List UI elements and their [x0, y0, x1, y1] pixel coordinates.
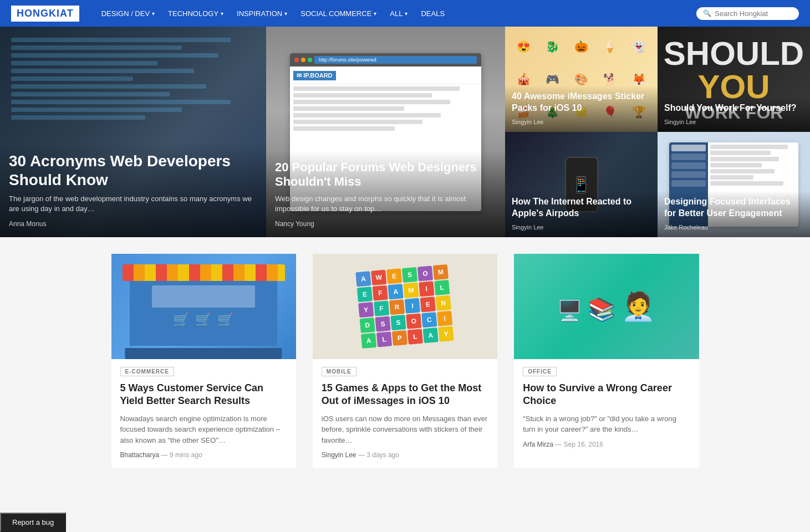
address-bar-text: http://forums.site/powered	[319, 57, 376, 63]
nav-all[interactable]: ALL ▾	[384, 6, 413, 21]
article-thumb-career: 🖥️ 📚 🧑‍💼	[514, 254, 699, 359]
hero-main-excerpt: The jargon of the web development indust…	[9, 194, 257, 214]
hero-stickers-overlay: 40 Awesome iMessages Sticker Packs for i…	[505, 85, 658, 132]
article-section: 🛒 🛒 🛒 E-COMMERCE 5 Ways Customer Service…	[100, 254, 710, 468]
nav-social-commerce[interactable]: SOCIAL COMMERCE ▾	[295, 6, 382, 21]
search-icon: 🔍	[703, 9, 711, 17]
hero-forums-title: 20 Popular Forums Web Designers Shouldn'…	[275, 160, 496, 190]
hero-interfaces-article[interactable]: Designing Focused Interfaces for Better …	[658, 132, 810, 237]
hero-main-title: 30 Acronyms Web Developers Should Know	[9, 152, 257, 189]
hero-main-author: Anna Monus	[9, 220, 46, 228]
hero-interfaces-title: Designing Focused Interfaces for Better …	[664, 196, 803, 219]
hero-forums-author: Nancy Young	[275, 220, 314, 228]
article-card-imessage[interactable]: A W E S O M E F A M I L Y F R I E	[313, 254, 497, 468]
hero-work-title: Should You Work For Yourself?	[664, 103, 803, 114]
hero-airpods-title: How The Internet Reacted to Apple's Airp…	[512, 196, 651, 219]
article-byline-imessage: Singyin Lee — 3 days ago	[322, 451, 488, 459]
article-title-ecommerce: 5 Ways Customer Service Can Yield Better…	[120, 382, 287, 408]
article-tag-ecommerce: E-COMMERCE	[120, 367, 174, 376]
hero-stickers-author: Singyin Lee	[512, 119, 544, 125]
hero-main-overlay: 30 Acronyms Web Developers Should Know T…	[0, 143, 266, 237]
article-title-career: How to Survive a Wrong Career Choice	[523, 382, 690, 408]
nav-inspiration[interactable]: INSPIRATION ▾	[231, 6, 293, 21]
article-excerpt-ecommerce: Nowadays search engine optimization is m…	[120, 413, 287, 446]
article-tag-career: OFFICE	[523, 367, 557, 376]
hero-stickers-title: 40 Awesome iMessages Sticker Packs for i…	[512, 91, 651, 114]
hero-work-overlay: Should You Work For Yourself? Singyin Le…	[658, 97, 810, 132]
site-logo[interactable]: HONGKIAT	[11, 6, 79, 22]
hero-stickers-article[interactable]: 😍 🐉 🎃 🍦 👻 🎪 🎮 🎨 🐕 🦊 🍰 🎄 🌟 🎈 🏆 40 Awesome…	[505, 27, 658, 132]
hero-airpods-author: Singyin Lee	[512, 224, 544, 231]
hero-forums-excerpt: Web design changes and morphs so quickly…	[275, 194, 496, 214]
article-byline-ecommerce: Bhattacharya — 9 mins ago	[120, 451, 287, 459]
article-thumb-imessage: A W E S O M E F A M I L Y F R I E	[313, 254, 497, 359]
navigation: HONGKIAT DESIGN / DEV ▾ TECHNOLOGY ▾ INS…	[0, 0, 810, 27]
hero-interfaces-author: Jake Rocheleau	[664, 224, 708, 231]
article-excerpt-imessage: iOS users can now do more on Messages th…	[322, 413, 488, 446]
hero-work-author: Singyin Lee	[664, 119, 696, 125]
chevron-down-icon: ▾	[221, 11, 223, 17]
article-tag-imessage: MOBILE	[322, 367, 356, 376]
hero-forums-article[interactable]: http://forums.site/powered ✉ IP.BOARD	[266, 27, 505, 237]
hero-interfaces-overlay: Designing Focused Interfaces for Better …	[658, 191, 810, 237]
article-excerpt-career: "Stuck in a wrong job?" or "did you take…	[523, 413, 690, 435]
article-card-career[interactable]: 🖥️ 📚 🧑‍💼 OFFICE How to Survive a Wrong C…	[514, 254, 699, 468]
chevron-down-icon: ▾	[284, 11, 287, 17]
nav-links: DESIGN / DEV ▾ TECHNOLOGY ▾ INSPIRATION …	[96, 6, 696, 21]
article-byline-career: Arfa Mirza — Sep 16, 2016	[523, 441, 690, 448]
hero-grid: 30 Acronyms Web Developers Should Know T…	[0, 27, 810, 237]
chevron-down-icon: ▾	[405, 11, 407, 17]
nav-deals[interactable]: DEALS	[415, 6, 450, 21]
chevron-down-icon: ▾	[152, 11, 155, 17]
chevron-down-icon: ▾	[374, 11, 376, 17]
article-card-ecommerce[interactable]: 🛒 🛒 🛒 E-COMMERCE 5 Ways Customer Service…	[111, 254, 296, 468]
hero-work-article[interactable]: SHOULD YOU WORK FOR Should You Work For …	[658, 27, 810, 132]
search-input[interactable]	[715, 9, 792, 18]
article-meta-career: OFFICE How to Survive a Wrong Career Cho…	[514, 359, 699, 457]
article-title-imessage: 15 Games & Apps to Get the Most Out of i…	[322, 382, 488, 408]
article-meta-ecommerce: E-COMMERCE 5 Ways Customer Service Can Y…	[111, 359, 296, 468]
search-bar[interactable]: 🔍	[696, 7, 799, 20]
article-thumb-ecommerce: 🛒 🛒 🛒	[111, 254, 296, 359]
hero-forums-overlay: 20 Popular Forums Web Designers Shouldn'…	[266, 151, 505, 237]
hero-main-article[interactable]: 30 Acronyms Web Developers Should Know T…	[0, 27, 266, 237]
hero-airpods-article[interactable]: 📱 How The Internet Reacted to Apple's Ai…	[505, 132, 658, 237]
nav-design-dev[interactable]: DESIGN / DEV ▾	[96, 6, 160, 21]
nav-technology[interactable]: TECHNOLOGY ▾	[162, 6, 229, 21]
article-meta-imessage: MOBILE 15 Games & Apps to Get the Most O…	[313, 359, 497, 468]
hero-airpods-overlay: How The Internet Reacted to Apple's Airp…	[505, 191, 658, 237]
ipboard-logo: ✉ IP.BOARD	[293, 71, 335, 80]
